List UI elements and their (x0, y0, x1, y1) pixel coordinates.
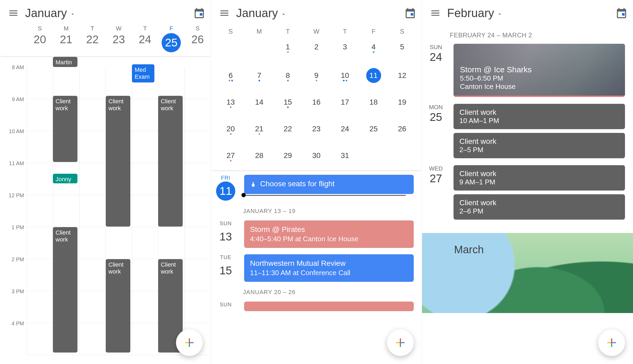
mini-calendar-day[interactable]: 21 (245, 121, 273, 136)
mini-calendar-day[interactable]: 31 (331, 148, 359, 165)
schedule-event-hero[interactable]: Storm @ Ice Sharks 5:50–6:50 PM Canton I… (454, 44, 625, 97)
event-med-exam[interactable]: Med Exam (132, 64, 154, 82)
event-client-work[interactable]: Client work (53, 96, 77, 162)
day-header[interactable]: W23 (105, 25, 132, 52)
header: January (211, 0, 422, 25)
day-header[interactable]: T22 (79, 25, 105, 52)
mini-calendar-day[interactable]: 9 (302, 68, 331, 83)
mini-calendar-day[interactable]: 10 (331, 68, 359, 83)
calendar-today-icon[interactable] (615, 7, 628, 19)
svg-rect-2 (190, 342, 194, 343)
mini-calendar-day[interactable]: 23 (302, 121, 331, 136)
mini-calendar-day[interactable]: 26 (388, 121, 416, 136)
agenda-date: TUE 15 (214, 254, 238, 280)
event-client-work[interactable]: Client work (158, 96, 183, 227)
svg-rect-17 (611, 342, 612, 343)
mini-calendar-day[interactable]: 16 (302, 95, 331, 110)
hour-label: 3 PM (0, 288, 27, 320)
week-day-header: S20 M21 T22 W23 T24 F25 S26 (0, 25, 211, 56)
mini-calendar-day[interactable]: 8 (273, 68, 302, 83)
month-selector[interactable]: February (447, 6, 609, 20)
schedule-event[interactable]: Client work 9 AM–1 PM (454, 165, 625, 191)
mini-calendar-grid[interactable]: 1234567891011121314151617181920212223242… (216, 39, 416, 165)
svg-rect-4 (185, 342, 189, 343)
mini-calendar-day[interactable]: 3 (331, 39, 359, 56)
schedule-event[interactable]: Client work 10 AM–1 PM (454, 104, 625, 129)
mini-calendar-day[interactable]: 15 (273, 95, 302, 110)
day-header[interactable]: T24 (132, 25, 158, 52)
month-selector[interactable]: January (236, 6, 398, 20)
agenda-event[interactable] (244, 302, 414, 311)
day-header[interactable]: S20 (27, 25, 53, 52)
hour-label: 12 PM (0, 192, 27, 224)
calendar-today-icon[interactable] (193, 7, 205, 19)
mini-calendar-day[interactable]: 17 (331, 95, 359, 110)
plus-icon (394, 336, 407, 349)
agenda-event[interactable]: Storm @ Pirates 4:40–5:40 PM at Canton I… (244, 220, 414, 248)
event-client-work[interactable]: Client work (53, 227, 77, 353)
svg-rect-13 (611, 338, 612, 342)
month-banner-label: March (454, 244, 484, 256)
mini-calendar-day[interactable]: 24 (331, 121, 359, 136)
agenda-list: FRI 11 Choose seats for flight JANUARY 1… (211, 171, 422, 311)
mini-calendar-day[interactable]: 30 (302, 148, 331, 165)
day-header[interactable]: M21 (53, 25, 79, 52)
mini-calendar-day[interactable]: 20 (216, 121, 245, 136)
svg-rect-12 (622, 13, 625, 16)
add-event-fab[interactable] (176, 329, 203, 356)
header: January (0, 0, 211, 25)
agenda-event[interactable]: Northwestern Mutual Review 11–11:30 AM a… (244, 254, 414, 282)
mini-calendar-header: SMTWTFS (216, 28, 416, 35)
day-header[interactable]: S26 (185, 25, 211, 52)
svg-rect-10 (396, 342, 400, 343)
mini-calendar-day[interactable]: 5 (388, 39, 416, 56)
week-view-panel: January S20 M21 T22 W23 T24 F25 S26 8 AM… (0, 0, 211, 364)
event-martin[interactable]: Martin (53, 57, 77, 67)
hour-label: 9 AM (0, 96, 27, 128)
menu-icon[interactable] (8, 8, 19, 18)
month-label: January (25, 6, 67, 20)
mini-calendar-day[interactable]: 4 (359, 39, 388, 56)
schedule-event[interactable]: Client work 2–5 PM (454, 133, 625, 158)
mini-calendar-day[interactable]: 2 (302, 39, 331, 56)
event-jonny[interactable]: Jonny (53, 174, 77, 183)
month-selector[interactable]: January (25, 6, 187, 20)
mini-calendar-day[interactable]: 6 (216, 68, 245, 83)
mini-calendar-day[interactable]: 12 (388, 68, 416, 83)
reminder-event[interactable]: Choose seats for flight (244, 175, 414, 194)
mini-calendar-day[interactable]: 13 (216, 95, 245, 110)
mini-calendar-day[interactable]: 14 (245, 95, 273, 110)
time-grid[interactable]: 8 AM 9 AM 10 AM 11 AM 12 PM 1 PM 2 PM 3 … (0, 67, 211, 361)
mini-calendar-day[interactable]: 11 (359, 68, 388, 83)
menu-icon[interactable] (430, 8, 441, 18)
add-event-fab[interactable] (387, 329, 414, 356)
schedule-view-panel: February FEBRUARY 24 – MARCH 2 SUN 24 St… (422, 0, 633, 364)
schedule-event[interactable]: Client work 2–6 PM (454, 194, 625, 220)
mini-calendar-day[interactable]: 22 (273, 121, 302, 136)
mini-calendar-day[interactable]: 28 (245, 148, 273, 165)
mini-calendar-day (245, 39, 273, 56)
event-client-work[interactable]: Client work (106, 259, 130, 353)
menu-icon[interactable] (219, 8, 230, 18)
reminder-icon (250, 181, 257, 188)
mini-calendar-day[interactable]: 7 (245, 68, 273, 83)
mini-calendar-day[interactable]: 1 (273, 39, 302, 56)
svg-rect-15 (611, 343, 612, 347)
mini-calendar-day[interactable]: 27 (216, 148, 245, 165)
day-header-today[interactable]: F25 (158, 25, 184, 52)
mini-calendar-day[interactable]: 18 (359, 95, 388, 110)
hour-label: 1 PM (0, 224, 27, 256)
calendar-today-icon[interactable] (404, 7, 416, 19)
mini-calendar-day[interactable]: 19 (388, 95, 416, 110)
chevron-up-icon (281, 6, 287, 20)
add-event-fab[interactable] (598, 329, 625, 356)
mini-calendar-day[interactable]: 29 (273, 148, 302, 165)
hour-label: 8 AM (0, 64, 27, 96)
plus-icon (605, 336, 618, 349)
mini-calendar-day (216, 39, 245, 56)
month-label: February (447, 6, 494, 20)
date-range-label: JANUARY 20 – 26 (243, 289, 414, 296)
mini-calendar-day[interactable]: 25 (359, 121, 388, 136)
mini-calendar-day (388, 148, 416, 165)
event-client-work[interactable]: Client work (106, 96, 130, 227)
